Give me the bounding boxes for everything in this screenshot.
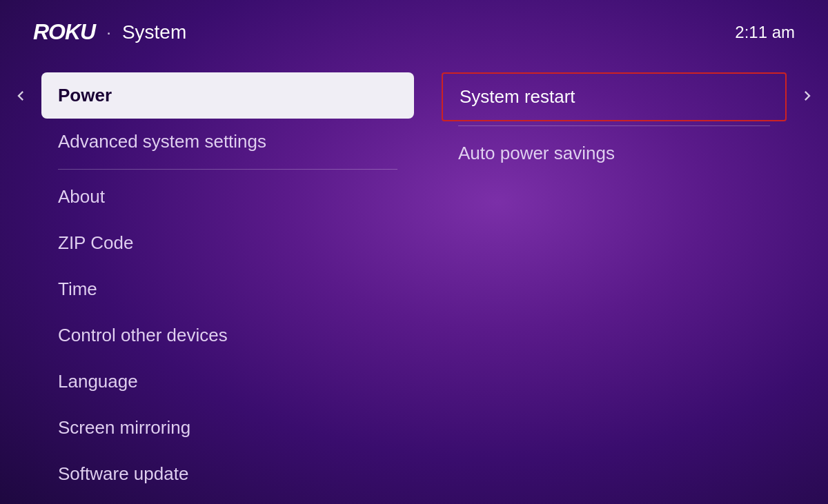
- header-dot: ·: [106, 23, 111, 42]
- submenu-divider-1: [458, 125, 770, 126]
- page-title: System: [122, 21, 186, 43]
- menu-divider-1: [58, 169, 397, 170]
- menu-item-power[interactable]: Power: [41, 72, 414, 119]
- right-panel: System restart Auto power savings: [414, 72, 787, 177]
- menu-item-zip-code[interactable]: ZIP Code: [41, 220, 414, 266]
- nav-arrow-left[interactable]: [0, 72, 41, 105]
- header: ROKU · System 2:11 am: [0, 0, 828, 59]
- left-panel: Power Advanced system settings About ZIP…: [41, 72, 414, 497]
- menu-item-screen-mirroring[interactable]: Screen mirroring: [41, 405, 414, 451]
- header-left: ROKU · System: [33, 19, 186, 45]
- menu-item-advanced-system-settings[interactable]: Advanced system settings: [41, 119, 414, 165]
- menu-item-time[interactable]: Time: [41, 266, 414, 312]
- menu-item-about[interactable]: About: [41, 174, 414, 220]
- nav-arrow-right[interactable]: [787, 72, 828, 105]
- submenu-item-system-restart[interactable]: System restart: [442, 72, 787, 121]
- roku-logo: ROKU: [33, 19, 95, 45]
- main-content: Power Advanced system settings About ZIP…: [0, 59, 828, 504]
- menu-item-language[interactable]: Language: [41, 359, 414, 405]
- menu-item-control-other-devices[interactable]: Control other devices: [41, 312, 414, 359]
- submenu-item-auto-power-savings[interactable]: Auto power savings: [442, 130, 787, 177]
- menu-item-software-update[interactable]: Software update: [41, 451, 414, 497]
- clock-display: 2:11 am: [735, 23, 795, 42]
